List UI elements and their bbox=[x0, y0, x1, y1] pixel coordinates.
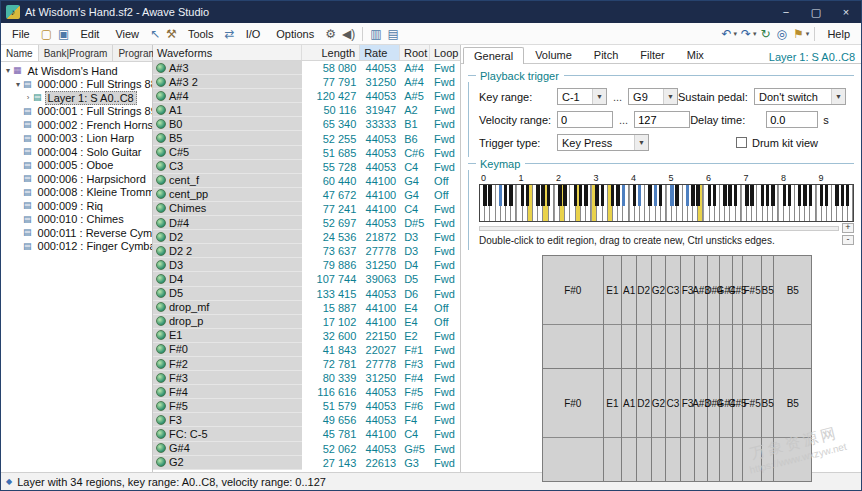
black-key[interactable] bbox=[691, 185, 694, 206]
black-key[interactable] bbox=[670, 185, 673, 206]
key-range-high-select[interactable]: G9 ▼ bbox=[628, 88, 678, 105]
black-key[interactable] bbox=[783, 185, 786, 206]
table-row[interactable]: F#041 84322027F#1Fwd bbox=[153, 343, 460, 357]
region-cell[interactable]: G2 bbox=[652, 369, 667, 481]
tab-filter[interactable]: Filter bbox=[629, 46, 675, 63]
tree-item[interactable]: ▤000:005 : Oboe bbox=[1, 159, 152, 173]
table-row[interactable]: G#452 06244053G#5Fwd bbox=[153, 442, 460, 456]
column-header-length[interactable]: Length bbox=[302, 45, 360, 60]
black-key[interactable] bbox=[654, 185, 657, 206]
table-row[interactable]: FC: C-545 78144100C4Fwd bbox=[153, 427, 460, 441]
velocity-high-field[interactable] bbox=[634, 111, 690, 128]
black-key[interactable] bbox=[483, 185, 486, 206]
column-header-root[interactable]: Root bbox=[400, 45, 430, 60]
waveform-name-cell[interactable]: A#3 bbox=[153, 61, 302, 75]
table-row[interactable]: cent_pp47 67244100G4Off bbox=[153, 188, 460, 202]
black-key[interactable] bbox=[761, 185, 764, 206]
black-key[interactable] bbox=[622, 185, 625, 206]
region-cell[interactable]: E1 bbox=[604, 256, 623, 368]
black-key[interactable] bbox=[509, 185, 512, 206]
key-range-low-select[interactable]: C-1 ▼ bbox=[557, 88, 607, 105]
region-cell[interactable]: G#4 bbox=[720, 256, 733, 368]
black-key[interactable] bbox=[659, 185, 662, 206]
region-cell[interactable]: D2 bbox=[637, 256, 652, 368]
waveform-name-cell[interactable]: Chimes bbox=[153, 202, 302, 216]
black-key[interactable] bbox=[766, 185, 769, 206]
tile-horizontal-icon[interactable]: ▥ bbox=[367, 26, 384, 42]
black-key[interactable] bbox=[526, 185, 529, 206]
waveform-name-cell[interactable]: D2 2 bbox=[153, 244, 302, 258]
black-key[interactable] bbox=[574, 185, 577, 206]
black-key[interactable] bbox=[708, 185, 711, 206]
target-icon[interactable]: ◎ bbox=[774, 26, 790, 42]
tab-mix[interactable]: Mix bbox=[676, 46, 715, 63]
bookmark-caret-icon[interactable]: ▾ bbox=[805, 28, 811, 39]
menu-edit[interactable]: Edit bbox=[72, 26, 107, 42]
table-row[interactable]: D379 88631250D4Fwd bbox=[153, 258, 460, 272]
tree-item[interactable]: ▤000:008 : Kleine Trommel bbox=[1, 186, 152, 200]
tree-item[interactable]: ▤000:001 : Full Strings 89 bbox=[1, 105, 152, 119]
waveform-name-cell[interactable]: cent_pp bbox=[153, 188, 302, 202]
region-cell[interactable]: B5 bbox=[774, 256, 811, 368]
table-row[interactable]: D5133 41544053D6Fwd bbox=[153, 287, 460, 301]
table-row[interactable]: cent_f60 44044100G4Off bbox=[153, 174, 460, 188]
io-icon[interactable]: ⇄ bbox=[222, 26, 238, 42]
black-key[interactable] bbox=[820, 185, 823, 206]
black-key[interactable] bbox=[558, 185, 561, 206]
tree-item[interactable]: ›▤Layer 1: S A0..C8 bbox=[1, 91, 152, 105]
waveform-name-cell[interactable]: A#4 bbox=[153, 89, 302, 103]
region-cell[interactable]: C#5 bbox=[733, 256, 743, 368]
black-key[interactable] bbox=[771, 185, 774, 206]
tree-item[interactable]: ▤000:011 : Reverse Cymbal bbox=[1, 226, 152, 240]
region-cell[interactable]: F3 bbox=[681, 369, 696, 481]
menu-help[interactable]: Help bbox=[819, 26, 858, 42]
tree-tab-name[interactable]: Name bbox=[1, 45, 39, 61]
region-cell[interactable]: F3 bbox=[681, 256, 696, 368]
tree-item[interactable]: ▤000:002 : French Horns bbox=[1, 118, 152, 132]
menu-options[interactable]: Options bbox=[268, 26, 322, 42]
black-key[interactable] bbox=[648, 185, 651, 206]
table-row[interactable]: F349 65644053F4Fwd bbox=[153, 413, 460, 427]
region-cell[interactable]: E1 bbox=[604, 369, 623, 481]
table-row[interactable]: B065 34033333B1Fwd bbox=[153, 117, 460, 131]
region-cell[interactable]: F#0 bbox=[543, 256, 604, 368]
black-key[interactable] bbox=[846, 185, 849, 206]
black-key[interactable] bbox=[584, 185, 587, 206]
waveform-name-cell[interactable]: D#4 bbox=[153, 216, 302, 230]
table-row[interactable]: D#452 69744053D#5Fwd bbox=[153, 216, 460, 230]
keymap-zoom-slider[interactable] bbox=[479, 226, 839, 231]
black-key[interactable] bbox=[504, 185, 507, 206]
region-cell[interactable]: G2 bbox=[652, 256, 667, 368]
tree-item[interactable]: ▤000:004 : Solo Guitar bbox=[1, 145, 152, 159]
table-row[interactable]: F#551 57944053F#6Fwd bbox=[153, 399, 460, 413]
tree-item[interactable]: ▤000:003 : Lion Harp bbox=[1, 132, 152, 146]
menu-tools[interactable]: Tools bbox=[180, 26, 222, 42]
waveform-name-cell[interactable]: F#5 bbox=[153, 399, 302, 413]
delay-time-field[interactable] bbox=[766, 111, 818, 128]
waveform-name-cell[interactable]: D3 bbox=[153, 258, 302, 272]
waveform-name-cell[interactable]: D4 bbox=[153, 272, 302, 286]
waveform-name-cell[interactable]: D2 bbox=[153, 230, 302, 244]
black-key[interactable] bbox=[835, 185, 838, 206]
region-cell[interactable]: A1 bbox=[622, 256, 637, 368]
region-cell[interactable]: C#5 bbox=[733, 369, 743, 481]
waveform-name-cell[interactable]: G2 bbox=[153, 456, 302, 470]
column-header-waveforms[interactable]: Waveforms bbox=[153, 45, 302, 60]
black-key[interactable] bbox=[686, 185, 689, 206]
waveform-name-cell[interactable]: FC: C-5 bbox=[153, 427, 302, 441]
select-cursor-icon[interactable]: ↖ bbox=[147, 26, 163, 42]
tree-item[interactable]: ▤000:012 : Finger Cymbal bbox=[1, 240, 152, 254]
tile-vertical-icon[interactable]: ▤ bbox=[385, 26, 402, 42]
waveform-name-cell[interactable]: A1 bbox=[153, 103, 302, 117]
black-key[interactable] bbox=[788, 185, 791, 206]
region-cell[interactable]: B5 bbox=[762, 369, 775, 481]
table-row[interactable]: drop_mf15 88744100E4Off bbox=[153, 301, 460, 315]
maximize-button[interactable]: ▢ bbox=[801, 1, 831, 23]
black-key[interactable] bbox=[728, 185, 731, 206]
waveform-name-cell[interactable]: E1 bbox=[153, 329, 302, 343]
tab-general[interactable]: General bbox=[463, 47, 524, 64]
waveform-name-cell[interactable]: B5 bbox=[153, 131, 302, 145]
black-key[interactable] bbox=[541, 185, 544, 206]
region-cell[interactable]: F#5 bbox=[743, 256, 762, 368]
tree-tab-bank-program[interactable]: Bank|Program bbox=[39, 45, 114, 61]
